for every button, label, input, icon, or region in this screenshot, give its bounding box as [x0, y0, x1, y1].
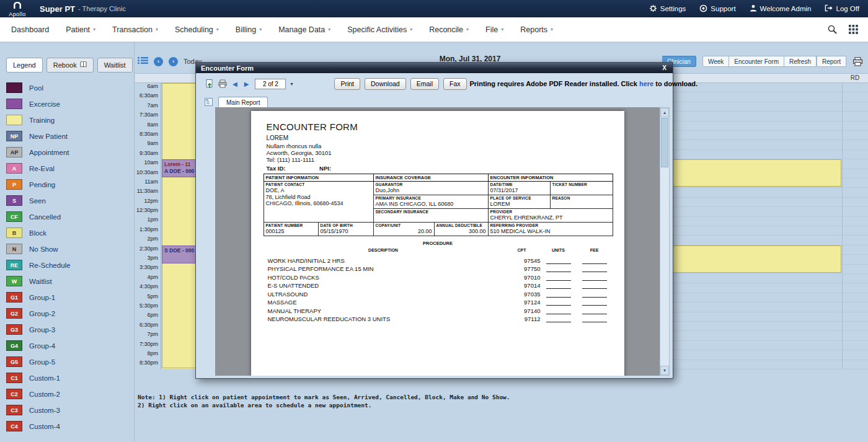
reason-cell: REASON [550, 195, 613, 209]
modal-title: Encounter Form [201, 64, 254, 72]
legend-tab-label: Waitlist [104, 61, 126, 69]
rebook-book-icon [80, 61, 87, 69]
legend-item: N No Show [6, 244, 134, 254]
support-link[interactable]: Support [699, 4, 735, 14]
group-tree-icon[interactable] [205, 98, 213, 106]
modal-title-bar[interactable]: Encounter Form X [196, 63, 673, 73]
report-action-button-label: Fax [450, 80, 461, 87]
chevron-down-icon: ▾ [93, 27, 95, 32]
report-action-buttons: Print Download Email Fax [334, 78, 466, 90]
apollo-logo[interactable]: Apollo [0, 0, 35, 17]
view-button[interactable]: Week [702, 56, 729, 67]
view-button-label: Refresh [789, 58, 811, 65]
scroll-down-icon[interactable]: ▼ [660, 366, 669, 375]
welcome-admin-link[interactable]: Welcome Admin [750, 4, 812, 14]
units-fill-line [546, 275, 571, 281]
procedure-cpt-code: 97035 [503, 291, 541, 298]
dropdown-caret-icon[interactable]: ▾ [290, 81, 293, 87]
report-scrollbar[interactable]: ▲ ▼ [660, 107, 670, 376]
menu-item[interactable]: Specific Activities ▾ [347, 25, 412, 34]
printer-icon[interactable] [852, 57, 863, 66]
report-action-button[interactable]: Fax [443, 78, 467, 90]
legend-item-label: Group-4 [29, 342, 55, 350]
legend-tab-button[interactable]: Rebook [46, 58, 94, 73]
legend-item: C2 Custom-2 [6, 389, 134, 399]
patient-number-label: PATIENT NUMBER [266, 223, 316, 228]
report-title: ENCOUNTER FORM [267, 122, 358, 132]
settings-label: Settings [660, 5, 686, 12]
next-day-icon[interactable]: › [169, 57, 178, 66]
legend-color-swatch: P [6, 179, 22, 190]
view-button[interactable]: Refresh [784, 56, 817, 67]
datetime-label: DATE/TIME [490, 182, 548, 187]
scheduler-note: Note: 1) Right click on patient appointm… [138, 393, 510, 409]
menu-item-label: Dashboard [11, 25, 49, 34]
scrollbar-thumb[interactable] [661, 118, 668, 167]
menu-item[interactable]: Transaction ▾ [112, 25, 158, 34]
legend-color-swatch: C2 [6, 389, 22, 399]
procedure-row: E-S UNATTENDED 97014 [264, 281, 613, 290]
legend-color-swatch [6, 99, 22, 109]
search-icon[interactable] [827, 24, 838, 35]
fee-fill-line [582, 292, 607, 298]
procedure-units-blank [541, 300, 577, 306]
legend-color-swatch [6, 82, 22, 93]
report-action-button[interactable]: Email [410, 78, 439, 90]
menu-item-label: Specific Activities [347, 25, 407, 34]
prev-page-icon[interactable]: ◀ [231, 81, 239, 87]
legend-item-label: Pending [29, 181, 55, 188]
scrollbar-track[interactable] [660, 168, 669, 366]
chevron-down-icon: ▾ [466, 27, 469, 32]
legend-color-swatch: G3 [6, 324, 22, 335]
menu-item[interactable]: File ▾ [485, 25, 503, 34]
menu-item[interactable]: Scheduling ▾ [175, 25, 219, 34]
apps-grid-icon[interactable] [849, 25, 858, 34]
list-view-icon[interactable] [138, 56, 148, 67]
notice-text-post: to download. [653, 80, 698, 87]
procedure-cpt-code: 97124 [503, 299, 541, 306]
legend-tab-button[interactable]: Waitlist [97, 58, 133, 73]
report-action-button[interactable]: Print [334, 78, 360, 90]
legend-color-swatch [6, 115, 22, 125]
legend-item: G1 Group-1 [6, 292, 134, 303]
primary-insurance-value: AMA INS CHICAGO, ILL 60680 [376, 201, 486, 208]
procedure-description: HOT/COLD PACKS [264, 274, 503, 281]
view-button[interactable]: Encounter Form [729, 56, 784, 67]
print-setup-icon[interactable] [218, 77, 228, 90]
export-icon[interactable] [205, 77, 215, 90]
menu-item[interactable]: Manage Data ▾ [278, 25, 330, 34]
place-of-service-label: PLACE OF SERVICE [490, 196, 548, 201]
settings-link[interactable]: Settings [649, 4, 686, 14]
report-action-button[interactable]: Download [365, 78, 406, 90]
procedure-fee-blank [577, 275, 613, 281]
menu-items: Dashboard Patient ▾ Transaction ▾ Schedu… [11, 25, 553, 34]
menu-item[interactable]: Dashboard [11, 25, 49, 34]
report-canvas: ENCOUNTER FORM LOREM Nullam rhoncus null… [215, 107, 660, 376]
menu-item[interactable]: Reports ▾ [520, 25, 553, 34]
user-icon [750, 4, 757, 13]
legend-color-swatch: CF [6, 211, 22, 222]
menu-item[interactable]: Patient ▾ [66, 25, 95, 34]
fee-fill-line [582, 317, 607, 322]
dob-cell: DATE OF BIRTH 05/15/1970 [318, 223, 373, 236]
procedure-row: PHYSICAL PERFORMANCE EA 15 MIN 97750 [264, 264, 613, 273]
legend-item-label: Group-5 [29, 358, 55, 366]
logoff-link[interactable]: Log Off [825, 4, 859, 14]
procedure-col-description: DESCRIPTION [264, 248, 503, 255]
patient-number-cell: PATIENT NUMBER 000125 [264, 223, 318, 236]
menu-item[interactable]: Billing ▾ [236, 25, 262, 34]
scroll-up-icon[interactable]: ▲ [660, 108, 669, 117]
download-here-link[interactable]: here [639, 80, 653, 87]
close-icon[interactable]: X [661, 64, 668, 71]
page-indicator-input[interactable] [255, 79, 286, 89]
gear-icon [649, 4, 657, 14]
view-button[interactable]: Report [817, 56, 846, 67]
menu-item[interactable]: Reconcile ▾ [429, 25, 469, 34]
ticket-number-label: TICKET NUMBER [552, 182, 611, 187]
prev-day-icon[interactable]: ‹ [154, 57, 163, 66]
menubar-right [827, 24, 868, 35]
legend-panel: Legend Rebook Waitlist Pool [0, 42, 135, 442]
next-page-icon[interactable]: ▶ [242, 81, 251, 87]
tab-main-report[interactable]: Main Report [218, 97, 268, 107]
legend-tab-button[interactable]: Legend [6, 58, 43, 73]
